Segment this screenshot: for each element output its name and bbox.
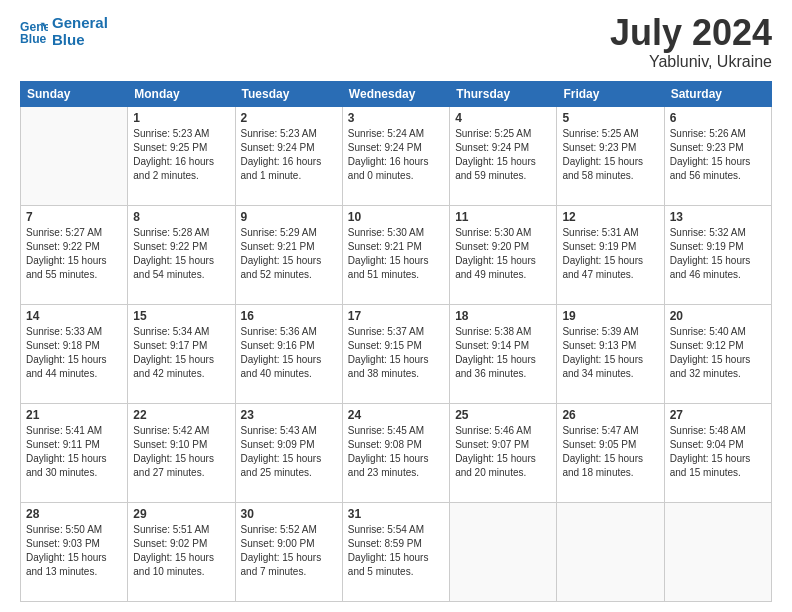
calendar-cell: 29Sunrise: 5:51 AM Sunset: 9:02 PM Dayli… xyxy=(128,503,235,602)
day-number: 21 xyxy=(26,408,122,422)
header-sunday: Sunday xyxy=(21,82,128,107)
day-info: Sunrise: 5:27 AM Sunset: 9:22 PM Dayligh… xyxy=(26,226,122,282)
day-number: 1 xyxy=(133,111,229,125)
day-info: Sunrise: 5:40 AM Sunset: 9:12 PM Dayligh… xyxy=(670,325,766,381)
calendar-cell: 27Sunrise: 5:48 AM Sunset: 9:04 PM Dayli… xyxy=(664,404,771,503)
day-number: 16 xyxy=(241,309,337,323)
day-info: Sunrise: 5:26 AM Sunset: 9:23 PM Dayligh… xyxy=(670,127,766,183)
calendar-cell: 23Sunrise: 5:43 AM Sunset: 9:09 PM Dayli… xyxy=(235,404,342,503)
day-info: Sunrise: 5:42 AM Sunset: 9:10 PM Dayligh… xyxy=(133,424,229,480)
day-info: Sunrise: 5:48 AM Sunset: 9:04 PM Dayligh… xyxy=(670,424,766,480)
calendar-week-5: 28Sunrise: 5:50 AM Sunset: 9:03 PM Dayli… xyxy=(21,503,772,602)
day-info: Sunrise: 5:50 AM Sunset: 9:03 PM Dayligh… xyxy=(26,523,122,579)
day-info: Sunrise: 5:29 AM Sunset: 9:21 PM Dayligh… xyxy=(241,226,337,282)
day-number: 2 xyxy=(241,111,337,125)
day-info: Sunrise: 5:52 AM Sunset: 9:00 PM Dayligh… xyxy=(241,523,337,579)
calendar-cell: 20Sunrise: 5:40 AM Sunset: 9:12 PM Dayli… xyxy=(664,305,771,404)
day-info: Sunrise: 5:45 AM Sunset: 9:08 PM Dayligh… xyxy=(348,424,444,480)
calendar-cell: 10Sunrise: 5:30 AM Sunset: 9:21 PM Dayli… xyxy=(342,206,449,305)
calendar-cell: 5Sunrise: 5:25 AM Sunset: 9:23 PM Daylig… xyxy=(557,107,664,206)
calendar-cell: 28Sunrise: 5:50 AM Sunset: 9:03 PM Dayli… xyxy=(21,503,128,602)
day-number: 6 xyxy=(670,111,766,125)
header-friday: Friday xyxy=(557,82,664,107)
day-info: Sunrise: 5:30 AM Sunset: 9:20 PM Dayligh… xyxy=(455,226,551,282)
header-monday: Monday xyxy=(128,82,235,107)
calendar-cell: 16Sunrise: 5:36 AM Sunset: 9:16 PM Dayli… xyxy=(235,305,342,404)
logo: General Blue General Blue xyxy=(20,15,108,48)
day-info: Sunrise: 5:28 AM Sunset: 9:22 PM Dayligh… xyxy=(133,226,229,282)
title-month: July 2024 xyxy=(610,15,772,51)
day-info: Sunrise: 5:25 AM Sunset: 9:24 PM Dayligh… xyxy=(455,127,551,183)
header-saturday: Saturday xyxy=(664,82,771,107)
day-number: 7 xyxy=(26,210,122,224)
day-number: 18 xyxy=(455,309,551,323)
header-tuesday: Tuesday xyxy=(235,82,342,107)
day-number: 10 xyxy=(348,210,444,224)
day-info: Sunrise: 5:47 AM Sunset: 9:05 PM Dayligh… xyxy=(562,424,658,480)
day-info: Sunrise: 5:41 AM Sunset: 9:11 PM Dayligh… xyxy=(26,424,122,480)
day-info: Sunrise: 5:32 AM Sunset: 9:19 PM Dayligh… xyxy=(670,226,766,282)
calendar-cell: 6Sunrise: 5:26 AM Sunset: 9:23 PM Daylig… xyxy=(664,107,771,206)
header-wednesday: Wednesday xyxy=(342,82,449,107)
calendar-cell: 18Sunrise: 5:38 AM Sunset: 9:14 PM Dayli… xyxy=(450,305,557,404)
day-number: 4 xyxy=(455,111,551,125)
day-number: 15 xyxy=(133,309,229,323)
calendar-cell: 3Sunrise: 5:24 AM Sunset: 9:24 PM Daylig… xyxy=(342,107,449,206)
day-number: 19 xyxy=(562,309,658,323)
day-number: 31 xyxy=(348,507,444,521)
day-info: Sunrise: 5:38 AM Sunset: 9:14 PM Dayligh… xyxy=(455,325,551,381)
day-info: Sunrise: 5:43 AM Sunset: 9:09 PM Dayligh… xyxy=(241,424,337,480)
calendar-cell: 24Sunrise: 5:45 AM Sunset: 9:08 PM Dayli… xyxy=(342,404,449,503)
calendar-cell xyxy=(450,503,557,602)
logo-line1: General xyxy=(52,14,108,31)
day-info: Sunrise: 5:34 AM Sunset: 9:17 PM Dayligh… xyxy=(133,325,229,381)
day-number: 13 xyxy=(670,210,766,224)
calendar-body: 1Sunrise: 5:23 AM Sunset: 9:25 PM Daylig… xyxy=(21,107,772,602)
calendar-cell: 17Sunrise: 5:37 AM Sunset: 9:15 PM Dayli… xyxy=(342,305,449,404)
calendar-cell: 26Sunrise: 5:47 AM Sunset: 9:05 PM Dayli… xyxy=(557,404,664,503)
day-number: 3 xyxy=(348,111,444,125)
calendar-cell: 4Sunrise: 5:25 AM Sunset: 9:24 PM Daylig… xyxy=(450,107,557,206)
calendar-cell: 13Sunrise: 5:32 AM Sunset: 9:19 PM Dayli… xyxy=(664,206,771,305)
day-info: Sunrise: 5:30 AM Sunset: 9:21 PM Dayligh… xyxy=(348,226,444,282)
day-number: 11 xyxy=(455,210,551,224)
calendar-table: Sunday Monday Tuesday Wednesday Thursday… xyxy=(20,81,772,602)
calendar-cell: 7Sunrise: 5:27 AM Sunset: 9:22 PM Daylig… xyxy=(21,206,128,305)
logo-line2: Blue xyxy=(52,31,85,48)
page: General Blue General Blue July 2024 Yabl… xyxy=(0,0,792,612)
calendar-week-2: 7Sunrise: 5:27 AM Sunset: 9:22 PM Daylig… xyxy=(21,206,772,305)
calendar-week-3: 14Sunrise: 5:33 AM Sunset: 9:18 PM Dayli… xyxy=(21,305,772,404)
day-number: 23 xyxy=(241,408,337,422)
day-number: 27 xyxy=(670,408,766,422)
day-number: 25 xyxy=(455,408,551,422)
calendar-cell: 19Sunrise: 5:39 AM Sunset: 9:13 PM Dayli… xyxy=(557,305,664,404)
calendar-cell: 14Sunrise: 5:33 AM Sunset: 9:18 PM Dayli… xyxy=(21,305,128,404)
day-number: 29 xyxy=(133,507,229,521)
day-number: 22 xyxy=(133,408,229,422)
day-number: 28 xyxy=(26,507,122,521)
day-info: Sunrise: 5:51 AM Sunset: 9:02 PM Dayligh… xyxy=(133,523,229,579)
calendar-cell xyxy=(21,107,128,206)
day-number: 26 xyxy=(562,408,658,422)
day-number: 5 xyxy=(562,111,658,125)
day-info: Sunrise: 5:36 AM Sunset: 9:16 PM Dayligh… xyxy=(241,325,337,381)
calendar-cell: 1Sunrise: 5:23 AM Sunset: 9:25 PM Daylig… xyxy=(128,107,235,206)
calendar-week-1: 1Sunrise: 5:23 AM Sunset: 9:25 PM Daylig… xyxy=(21,107,772,206)
day-number: 17 xyxy=(348,309,444,323)
day-info: Sunrise: 5:24 AM Sunset: 9:24 PM Dayligh… xyxy=(348,127,444,183)
calendar-cell: 22Sunrise: 5:42 AM Sunset: 9:10 PM Dayli… xyxy=(128,404,235,503)
calendar-cell xyxy=(664,503,771,602)
calendar-cell: 9Sunrise: 5:29 AM Sunset: 9:21 PM Daylig… xyxy=(235,206,342,305)
calendar-cell: 31Sunrise: 5:54 AM Sunset: 8:59 PM Dayli… xyxy=(342,503,449,602)
day-number: 8 xyxy=(133,210,229,224)
day-info: Sunrise: 5:46 AM Sunset: 9:07 PM Dayligh… xyxy=(455,424,551,480)
calendar-cell: 21Sunrise: 5:41 AM Sunset: 9:11 PM Dayli… xyxy=(21,404,128,503)
day-number: 9 xyxy=(241,210,337,224)
svg-text:Blue: Blue xyxy=(20,32,47,46)
day-info: Sunrise: 5:31 AM Sunset: 9:19 PM Dayligh… xyxy=(562,226,658,282)
header-thursday: Thursday xyxy=(450,82,557,107)
calendar-cell: 11Sunrise: 5:30 AM Sunset: 9:20 PM Dayli… xyxy=(450,206,557,305)
day-info: Sunrise: 5:54 AM Sunset: 8:59 PM Dayligh… xyxy=(348,523,444,579)
header: General Blue General Blue July 2024 Yabl… xyxy=(20,15,772,71)
day-info: Sunrise: 5:23 AM Sunset: 9:24 PM Dayligh… xyxy=(241,127,337,183)
